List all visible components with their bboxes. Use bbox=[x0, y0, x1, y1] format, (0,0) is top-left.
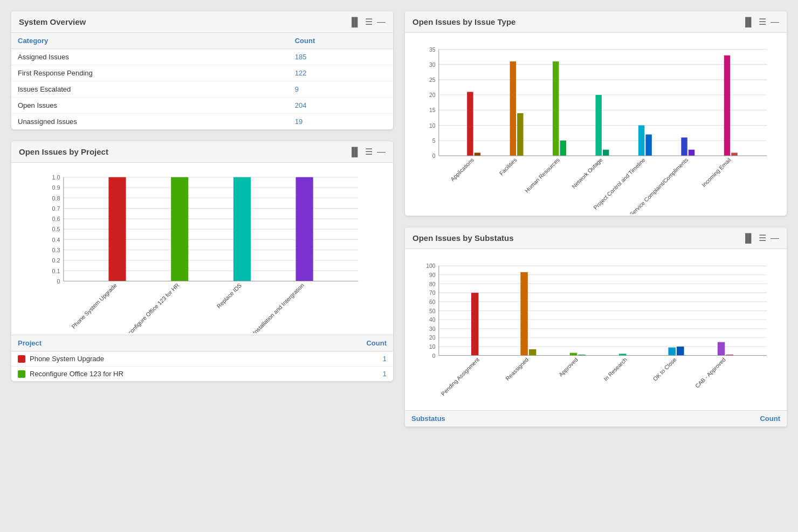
open-issues-type-title: Open Issues by Issue Type bbox=[412, 17, 515, 26]
svg-text:CAB - Approved: CAB - Approved bbox=[694, 356, 727, 389]
category-cell: Assigned Issues bbox=[11, 49, 288, 65]
svg-text:1.0: 1.0 bbox=[52, 174, 60, 181]
system-overview-table: Category Count Assigned Issues185First R… bbox=[11, 33, 393, 129]
svg-rect-103 bbox=[668, 348, 676, 356]
system-overview-title: System Overview bbox=[19, 17, 86, 26]
svg-text:Project Control and Timeline: Project Control and Timeline bbox=[593, 157, 646, 211]
minimize-icon[interactable]: — bbox=[771, 233, 779, 243]
svg-rect-67 bbox=[731, 153, 737, 156]
table-row: First Response Pending122 bbox=[11, 65, 393, 81]
system-overview-card: System Overview ▐▌ ☰ — Category Count As… bbox=[11, 11, 394, 130]
legend-label: Phone System Upgrade bbox=[30, 355, 379, 363]
svg-rect-24 bbox=[171, 177, 188, 281]
svg-text:Network Outage: Network Outage bbox=[571, 157, 604, 190]
legend-label: Reconfigure Office 123 for HR bbox=[30, 370, 379, 378]
project-col-count: Count bbox=[366, 339, 387, 347]
svg-rect-93 bbox=[471, 293, 479, 355]
count-cell[interactable]: 19 bbox=[288, 114, 393, 130]
svg-rect-54 bbox=[553, 61, 559, 156]
svg-rect-48 bbox=[467, 92, 473, 156]
svg-text:60: 60 bbox=[429, 299, 436, 305]
left-column: System Overview ▐▌ ☰ — Category Count As… bbox=[11, 11, 394, 427]
bar-chart-icon[interactable]: ▐▌ bbox=[742, 17, 754, 27]
right-column: Open Issues by Issue Type ▐▌ ☰ — 0510152… bbox=[404, 11, 787, 427]
substatus-chart-area: 0102030405060708090100Pending Assignment… bbox=[405, 249, 787, 410]
bar-chart-icon[interactable]: ▐▌ bbox=[348, 147, 361, 157]
svg-rect-96 bbox=[529, 349, 536, 356]
svg-rect-22 bbox=[108, 177, 126, 281]
svg-rect-95 bbox=[520, 272, 528, 356]
bar-chart-icon[interactable]: ▐▌ bbox=[348, 17, 361, 27]
table-row: Issues Escalated9 bbox=[11, 81, 393, 98]
svg-rect-106 bbox=[718, 342, 725, 356]
svg-text:Replace IDS: Replace IDS bbox=[215, 282, 243, 309]
table-row: Assigned Issues185 bbox=[11, 49, 393, 65]
svg-rect-58 bbox=[603, 150, 609, 156]
svg-text:In Research: In Research bbox=[603, 356, 629, 382]
svg-text:0: 0 bbox=[432, 353, 436, 359]
list-icon[interactable]: ☰ bbox=[759, 233, 766, 243]
svg-text:Reassigned: Reassigned bbox=[505, 356, 530, 382]
svg-text:0.7: 0.7 bbox=[52, 205, 60, 212]
svg-text:Human Resources: Human Resources bbox=[524, 157, 561, 194]
count-cell[interactable]: 204 bbox=[288, 98, 393, 114]
svg-text:0.6: 0.6 bbox=[52, 216, 60, 222]
svg-text:Applications: Applications bbox=[450, 157, 475, 182]
svg-rect-49 bbox=[474, 153, 480, 156]
svg-rect-57 bbox=[595, 95, 601, 156]
open-issues-type-card: Open Issues by Issue Type ▐▌ ☰ — 0510152… bbox=[404, 11, 787, 216]
category-cell: Issues Escalated bbox=[11, 81, 288, 98]
svg-text:0: 0 bbox=[57, 278, 60, 285]
legend-count[interactable]: 1 bbox=[383, 355, 387, 363]
svg-text:Approved: Approved bbox=[558, 356, 579, 377]
list-icon[interactable]: ☰ bbox=[759, 17, 766, 27]
list-icon[interactable]: ☰ bbox=[365, 147, 373, 157]
dashboard: System Overview ▐▌ ☰ — Category Count As… bbox=[11, 11, 787, 427]
category-cell: Unassigned Issues bbox=[11, 114, 288, 130]
svg-text:15: 15 bbox=[429, 107, 436, 113]
legend-color bbox=[18, 370, 25, 378]
table-row: Unassigned Issues19 bbox=[11, 114, 393, 130]
svg-rect-26 bbox=[233, 177, 251, 281]
count-cell[interactable]: 185 bbox=[288, 49, 393, 65]
svg-text:90: 90 bbox=[429, 272, 436, 278]
substatus-chart-svg: 0102030405060708090100Pending Assignment… bbox=[414, 258, 778, 409]
open-issues-substatus-title: Open Issues by Substatus bbox=[412, 233, 514, 243]
substatus-actions: ▐▌ ☰ — bbox=[742, 233, 779, 243]
svg-text:30: 30 bbox=[429, 326, 436, 332]
svg-text:0: 0 bbox=[432, 153, 436, 159]
substatus-col-label: Substatus bbox=[411, 414, 445, 423]
list-item: Reconfigure Office 123 for HR 1 bbox=[11, 367, 393, 381]
svg-text:0.4: 0.4 bbox=[52, 237, 60, 243]
svg-rect-63 bbox=[681, 137, 687, 156]
open-issues-type-header: Open Issues by Issue Type ▐▌ ☰ — bbox=[405, 11, 787, 33]
open-issues-project-header: Open Issues by Project ▐▌ ☰ — bbox=[11, 141, 393, 163]
svg-rect-64 bbox=[689, 150, 694, 156]
minimize-icon[interactable]: — bbox=[771, 17, 779, 27]
svg-text:5: 5 bbox=[432, 138, 436, 144]
col-category: Category bbox=[11, 33, 288, 49]
svg-text:35: 35 bbox=[429, 47, 436, 53]
list-icon[interactable]: ☰ bbox=[365, 17, 373, 27]
svg-text:40: 40 bbox=[429, 317, 436, 323]
count-cell[interactable]: 9 bbox=[288, 81, 393, 98]
svg-rect-61 bbox=[645, 134, 651, 156]
type-actions: ▐▌ ☰ — bbox=[742, 17, 779, 27]
category-cell: First Response Pending bbox=[11, 65, 288, 81]
project-col-label: Project bbox=[18, 339, 42, 347]
svg-rect-104 bbox=[677, 347, 684, 356]
substatus-col-count: Count bbox=[760, 414, 780, 423]
minimize-icon[interactable]: — bbox=[377, 17, 386, 27]
project-legend-header: Project Count bbox=[11, 335, 393, 351]
project-actions: ▐▌ ☰ — bbox=[348, 147, 386, 157]
svg-text:0.2: 0.2 bbox=[52, 257, 60, 264]
count-cell[interactable]: 122 bbox=[288, 65, 393, 81]
svg-text:0.1: 0.1 bbox=[52, 268, 60, 274]
bar-chart-icon[interactable]: ▐▌ bbox=[742, 233, 754, 243]
legend-count[interactable]: 1 bbox=[383, 370, 387, 378]
svg-text:20: 20 bbox=[429, 92, 436, 98]
table-row: Open Issues204 bbox=[11, 98, 393, 114]
project-legend: Phone System Upgrade 1 Reconfigure Offic… bbox=[11, 351, 393, 381]
type-chart-area: 05101520253035ApplicationsFacilitiesHuma… bbox=[405, 33, 787, 216]
minimize-icon[interactable]: — bbox=[377, 147, 386, 157]
